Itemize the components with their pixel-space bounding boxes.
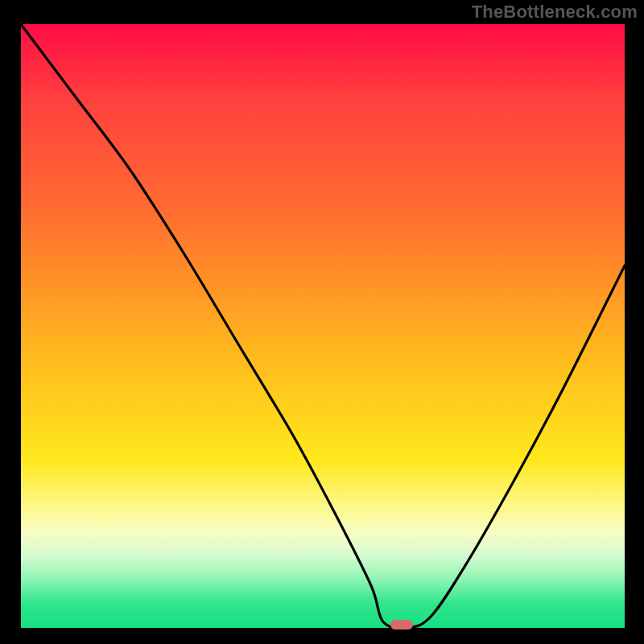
bottleneck-curve	[21, 24, 625, 628]
plot-area	[21, 24, 625, 628]
watermark-text: TheBottleneck.com	[472, 2, 638, 23]
optimal-point-marker	[390, 620, 413, 630]
chart-frame: TheBottleneck.com	[0, 0, 644, 644]
curve-svg	[21, 24, 625, 628]
